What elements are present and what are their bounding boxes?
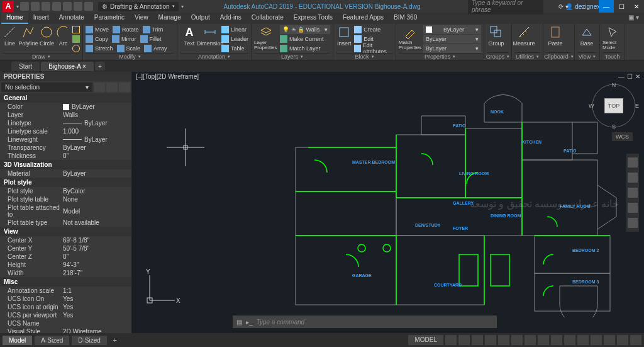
search-input[interactable]: Type a keyword or phrase (468, 0, 543, 14)
drawing-canvas[interactable]: [–][Top][2D Wireframe] — ☐ ✕ (132, 72, 644, 333)
prop-group-view[interactable]: View (0, 227, 131, 236)
pan-icon[interactable] (628, 173, 638, 183)
isolate-objects[interactable] (591, 335, 602, 345)
scale-tool[interactable]: Scale (117, 44, 141, 53)
customization-button[interactable] (630, 335, 641, 345)
prop-row[interactable]: Annotation scale1:1 (0, 287, 131, 295)
match-properties-button[interactable]: Match Properties (399, 25, 421, 50)
select-mode-button[interactable]: Select Mode (602, 25, 621, 50)
text-tool[interactable]: AText (180, 25, 199, 47)
minimize-button[interactable]: — (599, 0, 614, 13)
ribbon-tab-view[interactable]: View (130, 13, 153, 24)
table-tool[interactable]: Table (221, 44, 248, 53)
panel-title-annotation[interactable]: Annotation (180, 53, 248, 60)
lineweight-toggle[interactable] (525, 335, 536, 345)
model-space-button[interactable]: MODEL (408, 335, 443, 345)
ribbon-tab-bim-360[interactable]: BIM 360 (389, 13, 422, 24)
panel-title-utilities[interactable]: Utilities (514, 52, 540, 60)
block-create[interactable]: Create (354, 25, 393, 34)
wcs-label[interactable]: WCS (612, 132, 633, 141)
viewport-minimize-button[interactable]: — (618, 73, 625, 80)
qat-saveas-icon[interactable] (52, 2, 61, 11)
dimension-tool[interactable]: Dimension (201, 25, 219, 47)
clean-screen[interactable] (617, 335, 628, 345)
command-history-button[interactable]: ▤ (236, 319, 242, 326)
app-menu-button[interactable]: A (3, 1, 14, 12)
hatch-tool[interactable] (72, 35, 80, 43)
block-edit-attributes[interactable]: Edit Attributes (354, 44, 393, 53)
prop-row[interactable]: Thickness0" (0, 152, 131, 160)
prop-row[interactable]: Width218'-7" (0, 269, 131, 277)
prop-row[interactable]: UCS icon at originYes (0, 303, 131, 311)
qat-new-icon[interactable] (20, 2, 29, 11)
ribbon-tab-add-ins[interactable]: Add-ins (215, 13, 247, 24)
close-button[interactable]: ✕ (629, 0, 644, 13)
annotation-monitor[interactable] (577, 335, 589, 345)
prop-row[interactable]: Center X69'-8 1/8" (0, 236, 131, 244)
ribbon-tab-output[interactable]: Output (186, 13, 215, 24)
prop-row[interactable]: Lineweight ByLayer (0, 135, 131, 144)
move-tool[interactable]: Move (86, 25, 109, 34)
prop-row[interactable]: Plot style tableNone (0, 195, 131, 203)
zoom-icon[interactable] (628, 188, 638, 198)
nav-wheel-icon[interactable] (628, 157, 638, 168)
layout-add-button[interactable]: + (109, 337, 121, 344)
annotation-scale-button[interactable] (551, 335, 562, 345)
panel-title-clipboard[interactable]: Clipboard (546, 52, 572, 60)
linear-tool[interactable]: Linear (221, 25, 248, 34)
array-tool[interactable]: Array (144, 44, 167, 53)
panel-title-view[interactable]: View (577, 52, 597, 60)
panel-title-draw[interactable]: Draw (3, 53, 80, 60)
prop-group-general[interactable]: General (0, 93, 131, 103)
trim-tool[interactable]: Trim (143, 25, 164, 34)
qat-open-icon[interactable] (31, 2, 40, 11)
prop-row[interactable]: Height94'-3" (0, 261, 131, 269)
new-tab-button[interactable]: + (95, 62, 105, 71)
prop-row[interactable]: Plot styleByColor (0, 187, 131, 195)
ribbon-tab-featured-apps[interactable]: Featured Apps (338, 13, 389, 24)
prop-row[interactable]: Plot table typeNot available (0, 219, 131, 227)
snap-toggle[interactable] (458, 335, 470, 345)
property-combo-0[interactable]: ByLayer▾ (423, 25, 481, 34)
view-cube[interactable]: TOP NSWE (591, 83, 636, 128)
circle-tool[interactable]: Circle (40, 25, 54, 47)
qat-undo-icon[interactable] (74, 2, 82, 11)
ortho-toggle[interactable] (472, 335, 483, 345)
toggle-pickadd-button[interactable] (94, 82, 105, 92)
file-tab-bighouse-a[interactable]: Bighouse-A × (41, 62, 94, 71)
prop-row[interactable]: Plot table attached toModel (0, 203, 131, 219)
ellipse-tool[interactable] (72, 44, 80, 53)
layout-tab-model[interactable]: Model (3, 336, 32, 345)
ribbon-tab-manage[interactable]: Manage (153, 13, 186, 24)
polyline-tool[interactable]: Polyline (19, 25, 38, 47)
panel-title-layers[interactable]: Layers (254, 53, 330, 60)
group-button[interactable]: Group (487, 25, 506, 47)
command-line[interactable]: ▤ ▸_ Type a command (233, 316, 497, 328)
hardware-accel[interactable] (604, 335, 615, 345)
panel-title-properties[interactable]: Properties (399, 53, 481, 60)
prop-row[interactable]: UCS Name (0, 319, 131, 327)
property-combo-1[interactable]: ByLayer▾ (423, 35, 481, 43)
fillet-tool[interactable]: Fillet (140, 35, 162, 43)
ribbon-tab-express-tools[interactable]: Express Tools (289, 13, 338, 24)
selection-filter-combo[interactable]: No selection▾ (1, 82, 92, 92)
layer-properties-button[interactable]: Layer Properties (254, 25, 278, 50)
ribbon-tab-insert[interactable]: Insert (28, 13, 54, 24)
prop-row[interactable]: TransparencyByLayer (0, 144, 131, 152)
mirror-tool[interactable]: Mirror (112, 35, 136, 43)
qat-plot-icon[interactable] (63, 2, 72, 11)
showmotion-icon[interactable] (628, 218, 638, 228)
layout-tab-d[interactable]: D-Sized (72, 336, 107, 345)
prop-row[interactable]: Linetype scale1.000 (0, 127, 131, 135)
layout-tab-a[interactable]: A-Sized (35, 336, 69, 345)
stretch-tool[interactable]: Stretch (86, 44, 113, 53)
prop-group-plot-style[interactable]: Plot style (0, 178, 131, 187)
panel-title-modify[interactable]: Modify (86, 53, 174, 60)
make-current-button[interactable]: Make Current (280, 35, 330, 43)
qat-save-icon[interactable] (42, 2, 50, 11)
line-tool[interactable]: Line (3, 25, 17, 47)
qat-redo-icon[interactable] (84, 2, 93, 11)
property-combo-2[interactable]: ByLayer▾ (423, 44, 481, 53)
insert-block-button[interactable]: Insert (336, 25, 352, 47)
select-objects-button[interactable] (106, 82, 118, 92)
